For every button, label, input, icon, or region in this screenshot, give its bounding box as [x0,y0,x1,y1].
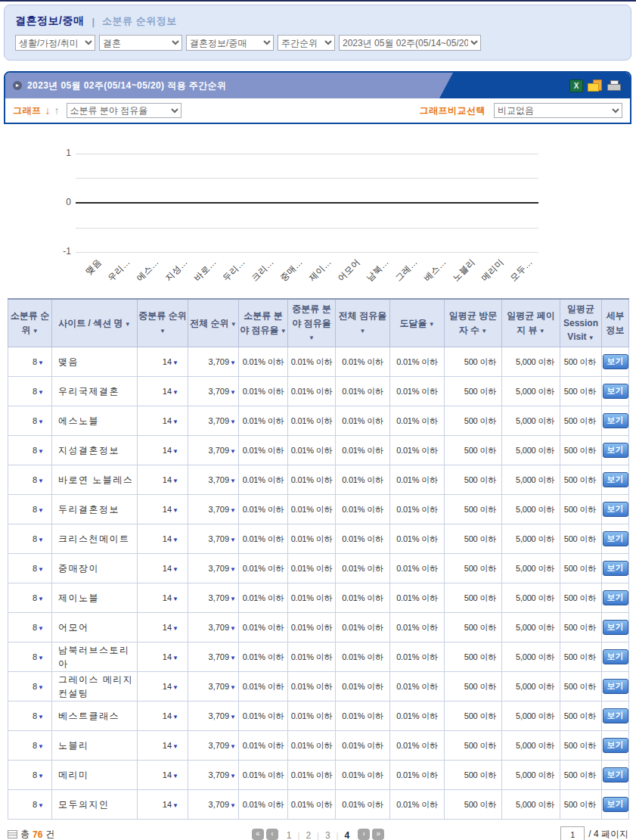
rank-change-icon: ▼ [38,478,44,484]
print-icon[interactable] [607,80,621,92]
midcategory-rank: 14 [163,800,172,809]
sort-icon[interactable]: ▼ [538,328,545,334]
subcategory-share: 0.01% 이하 [239,790,288,820]
list-icon [8,830,17,838]
view-detail-button[interactable]: 보기 [603,738,628,753]
view-detail-button[interactable]: 보기 [603,443,628,458]
excel-export-icon[interactable]: X [569,79,583,92]
sort-icon[interactable]: ▼ [479,328,487,334]
column-header[interactable]: 세부 정보 [602,299,629,347]
page-number[interactable]: 1 [287,830,292,840]
sort-ascending-icon[interactable]: ↑ [54,104,60,117]
subcategory-share: 0.01% 이하 [239,672,288,702]
sort-icon[interactable]: ▼ [309,334,315,341]
rank-change-icon: ▼ [230,802,236,809]
column-header[interactable]: 소분류 순위 ▼ [8,299,52,347]
page-jump-area: / 4 페이지 [492,826,628,840]
column-header[interactable]: 일평균 Session Visit ▼ [560,299,602,347]
reach-rate: 0.01% 이하 [390,377,445,406]
filter-mid-category-select[interactable]: 결혼 [99,35,182,51]
sort-icon[interactable]: ▼ [30,328,38,334]
page-number[interactable]: 2 [306,830,311,840]
panel-title: 2023년 05월 02주(05/14~05/20) 적용 주간순위 [27,79,226,92]
daily-session-visit: 500 이하 [560,495,602,524]
filter-sub-category-select[interactable]: 결혼정보/중매 [186,35,274,51]
view-detail-button[interactable]: 보기 [603,767,628,782]
view-detail-button[interactable]: 보기 [603,797,628,812]
reach-rate: 0.01% 이하 [390,465,445,495]
sort-icon[interactable]: ▼ [160,328,166,334]
midcategory-share: 0.01% 이하 [288,761,336,790]
rank-change-icon: ▼ [172,773,178,779]
sort-icon[interactable]: ▼ [586,334,594,341]
column-header[interactable]: 사이트 / 섹션 명 ▼ [52,299,138,347]
view-detail-button[interactable]: 보기 [603,708,628,723]
total-rank: 3,709 [209,505,230,514]
graph-controls: 그래프 ↓ ↑ 소분류 분야 점유율 그래프비교선택 비교없음 [5,98,630,123]
sort-icon[interactable]: ▼ [123,321,131,328]
view-detail-button[interactable]: 보기 [603,413,628,428]
rank-change-icon: ▼ [172,507,178,514]
graph-compare-select[interactable]: 비교없음 [494,103,622,118]
filter-row: 생활/가정/취미 결혼 결혼정보/중매 주간순위 2023년 05월 02주(0… [15,35,620,51]
view-detail-button[interactable]: 보기 [603,620,628,635]
rank-change-icon: ▼ [230,507,236,514]
column-header[interactable]: 일평균 페이지 뷰 ▼ [502,299,560,347]
gridline [76,154,538,154]
page-number[interactable]: 4 [344,830,349,840]
daily-session-visit: 500 이하 [560,377,602,406]
site-name: 크리스천메이트 [52,524,138,554]
daily-pageviews: 5,000 이하 [502,613,560,642]
subcategory-rank: 8 [33,505,37,514]
bullet-icon: ▸ [13,81,22,90]
daily-visitors: 500 이하 [445,377,502,406]
sort-icon[interactable]: ▼ [427,321,434,328]
view-detail-button[interactable]: 보기 [603,531,628,546]
site-name: 그레이스 메리지컨설팅 [52,672,138,702]
view-detail-button[interactable]: 보기 [603,679,628,694]
rank-change-icon: ▼ [172,802,178,809]
total-share: 0.01% 이하 [336,642,390,672]
sort-icon[interactable]: ▼ [360,328,366,334]
page-number[interactable]: 3 [325,830,330,840]
graph-metric-select[interactable]: 소분류 분야 점유율 [67,103,181,118]
subcategory-rank: 8 [33,623,37,632]
table-row: 8▼ 맺음 14▼ 3,709▼ 0.01% 이하 0.01% 이하 0.01%… [8,347,629,377]
daily-visitors: 500 이하 [445,495,502,524]
view-detail-button[interactable]: 보기 [603,472,628,487]
rank-change-icon: ▼ [172,714,178,720]
midcategory-rank: 14 [163,564,172,573]
view-detail-button[interactable]: 보기 [603,384,628,399]
filter-period-type-select[interactable]: 주간순위 [278,35,335,51]
filter-week-select[interactable]: 2023년 05월 02주(05/14~05/20) [339,35,481,51]
rank-change-icon: ▼ [38,566,44,573]
prev-page-button[interactable]: ‹ [266,829,278,840]
mail-icon[interactable] [588,79,603,92]
total-rank: 3,709 [209,416,230,425]
page-input[interactable] [560,826,585,840]
total-rank: 3,709 [209,800,230,809]
printer-body-icon [607,84,621,91]
table-row: 8▼ 우리국제결혼 14▼ 3,709▼ 0.01% 이하 0.01% 이하 0… [8,377,629,406]
rank-change-icon: ▼ [38,743,44,750]
daily-visitors: 500 이하 [445,554,502,583]
view-detail-button[interactable]: 보기 [603,590,628,605]
view-detail-button[interactable]: 보기 [603,561,628,576]
subtitle-link[interactable]: 소분류 순위정보 [102,14,177,28]
next-page-button[interactable]: › [358,829,370,840]
daily-pageviews: 5,000 이하 [502,642,560,672]
sort-icon[interactable]: ▼ [229,321,237,328]
subcategory-share: 0.01% 이하 [239,495,288,524]
site-name: 어모어 [52,613,138,642]
last-page-button[interactable]: » [372,829,384,840]
view-detail-button[interactable]: 보기 [603,502,628,517]
sort-descending-icon[interactable]: ↓ [45,104,51,117]
view-detail-button[interactable]: 보기 [603,649,628,664]
view-detail-button[interactable]: 보기 [603,354,628,369]
site-name: 두리결혼정보 [52,495,138,524]
filter-life-category-select[interactable]: 생활/가정/취미 [15,35,95,51]
rank-change-icon: ▼ [38,448,44,455]
sort-icon[interactable]: ▼ [279,328,287,334]
first-page-button[interactable]: « [252,829,264,840]
total-share: 0.01% 이하 [336,465,390,495]
